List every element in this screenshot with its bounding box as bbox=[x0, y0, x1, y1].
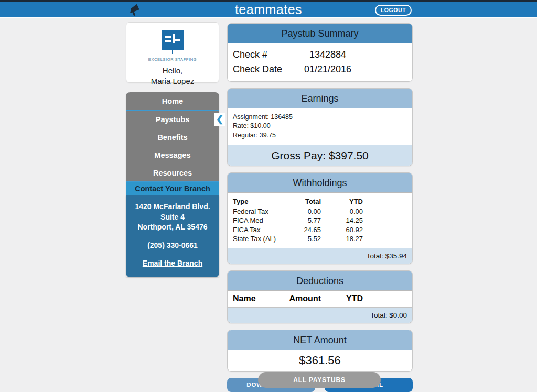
sidebar: EXCELSIOR STAFFING Hello, Maria Lopez Ho… bbox=[126, 22, 219, 277]
net-amount-panel: NET Amount $361.56 bbox=[227, 330, 413, 372]
column-name: Name bbox=[233, 293, 278, 304]
withholding-type: FICA Tax bbox=[233, 225, 278, 235]
column-total: Total bbox=[278, 197, 321, 207]
email-branch-link[interactable]: Email the Branch bbox=[143, 259, 202, 267]
paystub-summary-panel: Paystub Summary Check # 1342884 Check Da… bbox=[227, 23, 413, 82]
brand-wordmark: teammates bbox=[0, 2, 537, 17]
deductions-panel: Deductions Name Amount YTD Total: $0.00 bbox=[227, 270, 413, 323]
net-amount-value: $361.56 bbox=[228, 350, 412, 371]
net-amount-title: NET Amount bbox=[228, 330, 412, 350]
paystub-summary-title: Paystub Summary bbox=[228, 24, 412, 43]
excelsior-staffing-logo-icon bbox=[160, 47, 185, 56]
earnings-title: Earnings bbox=[228, 89, 412, 108]
earnings-regular: Regular: 39.75 bbox=[233, 131, 407, 140]
deductions-total: Total: $0.00 bbox=[228, 307, 412, 323]
check-number-label: Check # bbox=[228, 49, 267, 60]
branch-address-line: 1420 McFarland Blvd. bbox=[130, 202, 215, 212]
sidebar-item-resources[interactable]: Resources bbox=[126, 164, 219, 181]
earnings-body: Assignment: 136485 Rate: $10.00 Regular:… bbox=[228, 108, 412, 145]
user-greeting: Hello, Maria Lopez bbox=[130, 66, 216, 86]
gross-pay-total: Gross Pay: $397.50 bbox=[228, 145, 412, 166]
column-ytd: YTD bbox=[321, 293, 363, 304]
withholdings-total: Total: $35.94 bbox=[228, 248, 412, 264]
sidebar-nav: Home Paystubs ❮ Benefits Messages Resour… bbox=[126, 92, 219, 277]
sidebar-item-paystubs[interactable]: Paystubs ❮ bbox=[126, 110, 219, 128]
table-row: FICA Tax 24.65 60.92 bbox=[228, 225, 412, 235]
greeting-name: Maria Lopez bbox=[130, 76, 216, 86]
contact-your-branch-header: Contact Your Branch bbox=[126, 181, 219, 195]
withholding-type: State Tax (AL) bbox=[233, 234, 278, 244]
sidebar-item-messages[interactable]: Messages bbox=[126, 146, 219, 164]
branch-address-line: Northport, AL 35476 bbox=[130, 222, 215, 233]
check-date-row: Check Date 01/21/2016 bbox=[228, 62, 412, 77]
sidebar-item-benefits[interactable]: Benefits bbox=[126, 128, 219, 146]
table-row: FICA Med 5.77 14.25 bbox=[228, 216, 412, 225]
column-amount: Amount bbox=[278, 293, 321, 304]
withholding-ytd: 0.00 bbox=[321, 207, 363, 216]
deductions-header-row: Name Amount YTD bbox=[228, 291, 412, 307]
branch-phone: (205) 330-0661 bbox=[130, 241, 215, 249]
earnings-panel: Earnings Assignment: 136485 Rate: $10.00… bbox=[227, 88, 413, 166]
branch-info: 1420 McFarland Blvd. Suite 4 Northport, … bbox=[126, 195, 219, 277]
branch-address-line: Suite 4 bbox=[130, 212, 215, 223]
earnings-rate: Rate: $10.00 bbox=[233, 122, 407, 130]
withholding-ytd: 18.27 bbox=[321, 234, 363, 244]
withholding-total: 24.65 bbox=[278, 225, 321, 235]
top-bar: teammates LOGOUT bbox=[0, 0, 537, 18]
withholding-ytd: 14.25 bbox=[321, 216, 363, 225]
logout-button[interactable]: LOGOUT bbox=[375, 5, 412, 16]
withholdings-header-row: Type Total YTD bbox=[228, 197, 412, 207]
user-card: EXCELSIOR STAFFING Hello, Maria Lopez bbox=[126, 22, 219, 83]
check-number-value: 1342884 bbox=[275, 47, 381, 62]
column-type: Type bbox=[233, 197, 278, 207]
check-date-label: Check Date bbox=[228, 64, 282, 74]
check-number-row: Check # 1342884 bbox=[228, 47, 412, 62]
chevron-left-icon: ❮ bbox=[214, 113, 225, 126]
withholding-total: 5.77 bbox=[278, 216, 321, 225]
withholdings-panel: Withholdings Type Total YTD Federal Tax … bbox=[227, 172, 413, 264]
sidebar-item-paystubs-label: Paystubs bbox=[156, 115, 189, 124]
withholding-total: 0.00 bbox=[278, 207, 321, 216]
page: teammates LOGOUT EXCELSIOR STAFFING Hell… bbox=[0, 0, 537, 392]
withholding-ytd: 60.92 bbox=[321, 225, 363, 235]
table-row: State Tax (AL) 5.52 18.27 bbox=[228, 234, 412, 244]
column-ytd: YTD bbox=[321, 197, 363, 207]
main-content: Paystub Summary Check # 1342884 Check Da… bbox=[227, 23, 413, 392]
withholding-type: FICA Med bbox=[233, 216, 278, 225]
withholdings-table: Type Total YTD Federal Tax 0.00 0.00 FIC… bbox=[228, 193, 412, 248]
paystub-summary-body: Check # 1342884 Check Date 01/21/2016 bbox=[228, 43, 412, 81]
logo-caption: EXCELSIOR STAFFING bbox=[130, 57, 216, 62]
withholdings-title: Withholdings bbox=[228, 173, 412, 193]
check-date-value: 01/21/2016 bbox=[275, 62, 381, 77]
greeting-hello: Hello, bbox=[130, 66, 216, 76]
table-row: Federal Tax 0.00 0.00 bbox=[228, 207, 412, 216]
earnings-assignment: Assignment: 136485 bbox=[233, 113, 407, 122]
withholding-total: 5.52 bbox=[278, 234, 321, 244]
all-paystubs-button[interactable]: ALL PAYSTUBS bbox=[258, 372, 381, 388]
withholding-type: Federal Tax bbox=[233, 207, 278, 216]
sidebar-item-home[interactable]: Home bbox=[126, 92, 219, 110]
deductions-title: Deductions bbox=[228, 271, 412, 291]
